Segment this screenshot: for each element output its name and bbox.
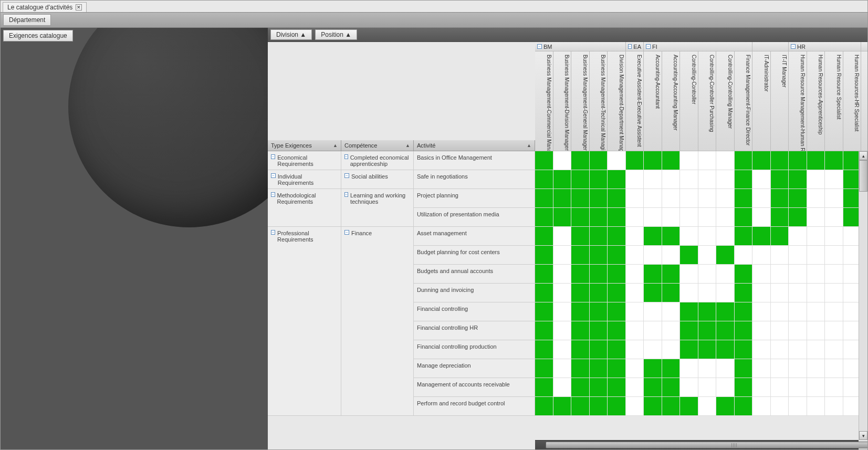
matrix-cell[interactable] [553, 284, 572, 302]
division-header[interactable]: −BM [535, 42, 626, 51]
collapse-icon[interactable]: − [791, 44, 796, 49]
matrix-cell[interactable] [590, 208, 608, 227]
matrix-cell[interactable] [553, 321, 572, 340]
activity-cell[interactable]: Budget planning for cost centers [414, 246, 535, 265]
matrix-cell[interactable] [680, 189, 698, 208]
matrix-cell[interactable] [789, 284, 807, 302]
position-header[interactable]: Human Resource Specialist [825, 51, 843, 151]
matrix-cell[interactable] [735, 189, 753, 208]
matrix-cell[interactable] [735, 265, 753, 284]
matrix-cell[interactable] [716, 208, 735, 227]
collapse-icon[interactable]: − [344, 154, 348, 159]
activity-cell[interactable]: Project planning [414, 189, 535, 208]
matrix-cell[interactable] [608, 340, 626, 359]
matrix-cell[interactable] [553, 208, 572, 227]
matrix-cell[interactable] [716, 284, 735, 302]
matrix-cell[interactable] [571, 189, 590, 208]
matrix-cell[interactable] [716, 189, 735, 208]
matrix-cell[interactable] [735, 340, 753, 359]
matrix-cell[interactable] [789, 170, 807, 189]
matrix-cell[interactable] [789, 359, 807, 378]
matrix-cell[interactable] [535, 189, 553, 208]
matrix-cell[interactable] [590, 321, 608, 340]
division-header[interactable]: −HR [789, 42, 861, 51]
matrix-cell[interactable] [807, 170, 825, 189]
matrix-cell[interactable] [698, 170, 717, 189]
matrix-cell[interactable] [626, 265, 644, 284]
matrix-cell[interactable] [752, 359, 771, 378]
matrix-cell[interactable] [644, 151, 662, 170]
matrix-cell[interactable] [698, 151, 717, 170]
collapse-icon[interactable]: − [646, 44, 651, 49]
matrix-cell[interactable] [752, 208, 771, 227]
matrix-cell[interactable] [608, 151, 626, 170]
matrix-cell[interactable] [825, 378, 843, 397]
matrix-cell[interactable] [716, 378, 735, 397]
matrix-cell[interactable] [680, 170, 698, 189]
matrix-cell[interactable] [735, 170, 753, 189]
matrix-cell[interactable] [553, 227, 572, 246]
position-header[interactable]: Business Management-Division Management [553, 51, 572, 151]
matrix-cell[interactable] [571, 227, 590, 246]
matrix-cell[interactable] [807, 397, 825, 416]
matrix-cell[interactable] [626, 284, 644, 302]
matrix-cell[interactable] [590, 189, 608, 208]
matrix-cell[interactable] [825, 227, 843, 246]
matrix-cell[interactable] [608, 321, 626, 340]
position-header[interactable]: Business Management-Commercial Managing … [535, 51, 553, 151]
tab-catalogue[interactable]: Le catalogue d'activités ✕ [3, 2, 87, 12]
matrix-cell[interactable] [680, 340, 698, 359]
matrix-cell[interactable] [608, 378, 626, 397]
matrix-cell[interactable] [716, 246, 735, 265]
matrix-cell[interactable] [535, 359, 553, 378]
activity-cell[interactable]: Financial controlling HR [414, 321, 535, 340]
matrix-cell[interactable] [807, 340, 825, 359]
activity-cell[interactable]: Financial controlling [414, 302, 535, 321]
matrix-cell[interactable] [608, 302, 626, 321]
matrix-cell[interactable] [716, 397, 735, 416]
matrix-cell[interactable] [752, 321, 771, 340]
matrix-cell[interactable] [735, 246, 753, 265]
matrix-cell[interactable] [698, 284, 717, 302]
activity-cell[interactable]: Budgets and annual accounts [414, 265, 535, 284]
matrix-cell[interactable] [680, 265, 698, 284]
matrix-cell[interactable] [644, 284, 662, 302]
matrix-cell[interactable] [590, 227, 608, 246]
matrix-cell[interactable] [752, 340, 771, 359]
matrix-cell[interactable] [571, 246, 590, 265]
matrix-cell[interactable] [735, 321, 753, 340]
matrix-cell[interactable] [553, 340, 572, 359]
matrix-cell[interactable] [771, 246, 789, 265]
matrix-cell[interactable] [535, 321, 553, 340]
matrix-cell[interactable] [716, 321, 735, 340]
matrix-cell[interactable] [698, 302, 717, 321]
matrix-cell[interactable] [553, 151, 572, 170]
matrix-cell[interactable] [680, 321, 698, 340]
matrix-cell[interactable] [789, 208, 807, 227]
matrix-cell[interactable] [789, 246, 807, 265]
matrix-cell[interactable] [716, 265, 735, 284]
matrix-cell[interactable] [535, 246, 553, 265]
matrix-cell[interactable] [735, 378, 753, 397]
matrix-cell[interactable] [662, 340, 681, 359]
matrix-cell[interactable] [716, 227, 735, 246]
matrix-cell[interactable] [698, 208, 717, 227]
matrix-cell[interactable] [789, 378, 807, 397]
activity-cell[interactable]: Dunning and invoicing [414, 284, 535, 302]
matrix-cell[interactable] [752, 246, 771, 265]
matrix-cell[interactable] [626, 227, 644, 246]
matrix-cell[interactable] [825, 359, 843, 378]
matrix-cell[interactable] [752, 302, 771, 321]
matrix-cell[interactable] [644, 378, 662, 397]
close-icon[interactable]: ✕ [76, 4, 82, 11]
collapse-icon[interactable]: − [344, 192, 348, 197]
division-header[interactable]: −FI [644, 42, 752, 51]
position-header[interactable]: Controlling-Controlling Manager [716, 51, 735, 151]
matrix-cell[interactable] [662, 170, 681, 189]
matrix-cell[interactable] [608, 189, 626, 208]
matrix-cell[interactable] [825, 302, 843, 321]
matrix-cell[interactable] [553, 378, 572, 397]
matrix-cell[interactable] [608, 208, 626, 227]
collapse-icon[interactable]: − [537, 44, 542, 49]
activity-cell[interactable]: Basics in Office Management [414, 151, 535, 170]
